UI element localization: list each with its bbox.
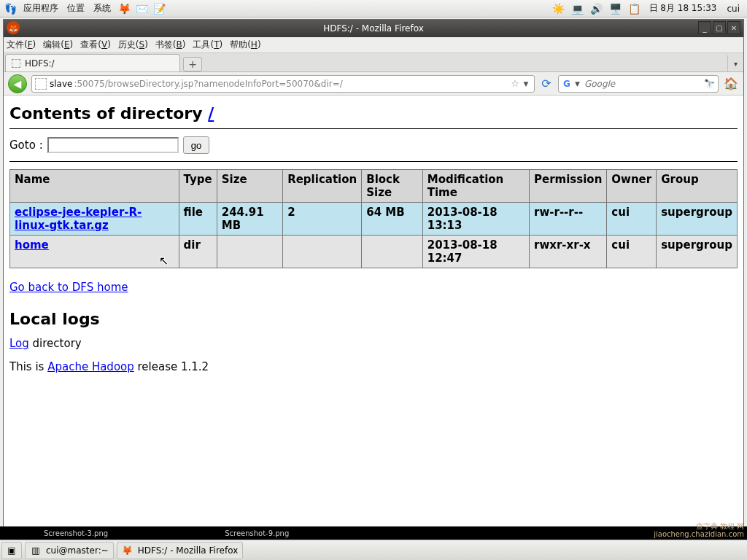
menu-bookmarks[interactable]: 书签(B) xyxy=(155,39,186,51)
table-cell: eclipse-jee-kepler-R-linux-gtk.tar.gz xyxy=(10,203,179,236)
window-title-bar: 🦊 HDFS:/ - Mozilla Firefox _ ▢ ✕ xyxy=(4,20,743,37)
close-button[interactable]: ✕ xyxy=(727,21,740,34)
heading-root-link[interactable]: / xyxy=(208,104,214,122)
log-suffix: directory xyxy=(29,337,82,350)
table-cell: 2013-08-18 13:13 xyxy=(422,203,529,236)
goto-input[interactable] xyxy=(47,137,179,153)
table-cell: cui xyxy=(607,203,657,236)
table-cell: rw-r--r-- xyxy=(530,203,607,236)
col-type: Type xyxy=(179,170,217,203)
col-size: Size xyxy=(217,170,282,203)
footer-prefix: This is xyxy=(9,360,47,373)
table-cell: supergroup xyxy=(657,236,738,268)
menu-view[interactable]: 查看(V) xyxy=(80,39,111,51)
google-engine-icon[interactable]: G xyxy=(562,79,572,89)
table-cell: home xyxy=(10,236,179,268)
binoculars-icon[interactable]: 🔭 xyxy=(704,79,715,89)
table-cell: cui xyxy=(607,236,657,268)
log-directory-line: Log directory xyxy=(9,337,738,350)
show-desktop-icon: ▣ xyxy=(6,545,18,556)
table-cell xyxy=(283,236,362,268)
table-cell: 2013-08-18 12:47 xyxy=(422,236,529,268)
entry-link[interactable]: home xyxy=(15,238,49,252)
table-cell: 2 xyxy=(283,203,362,236)
panel-clock[interactable]: 日 8月 18 15:33 xyxy=(646,2,720,15)
taskbar-item-firefox[interactable]: 🦊 HDFS:/ - Mozilla Firefox xyxy=(117,542,244,559)
taskbar-item-terminal[interactable]: ▥ cui@master:~ xyxy=(25,542,114,559)
col-name: Name xyxy=(10,170,179,203)
browser-tab-hdfs[interactable]: HDFS:/ xyxy=(5,54,180,71)
panel-menu-applications[interactable]: 应用程序 xyxy=(20,2,61,15)
url-bar[interactable]: slave ☆ ▼ xyxy=(31,75,535,93)
mail-launcher-icon[interactable]: ✉️ xyxy=(134,1,149,16)
entry-link[interactable]: eclipse-jee-kepler-R-linux-gtk.tar.gz xyxy=(15,206,142,232)
col-owner: Owner xyxy=(607,170,657,203)
goto-row: Goto : go xyxy=(9,136,738,154)
table-row: eclipse-jee-kepler-R-linux-gtk.tar.gzfil… xyxy=(10,203,738,236)
tab-strip: HDFS:/ + ▾ xyxy=(4,53,743,72)
dfs-home-link[interactable]: Go back to DFS home xyxy=(9,281,128,294)
engine-dropdown-icon[interactable]: ▼ xyxy=(575,80,580,88)
tab-list-dropdown[interactable]: ▾ xyxy=(727,55,743,71)
search-input[interactable] xyxy=(583,78,701,90)
taskbar-label: HDFS:/ - Mozilla Firefox xyxy=(138,545,239,556)
table-cell: dir xyxy=(179,236,217,268)
tab-favicon-placeholder-icon xyxy=(12,59,20,68)
log-link[interactable]: Log xyxy=(9,337,29,350)
gnome-bottom-panel: ▣ ▥ cui@master:~ 🦊 HDFS:/ - Mozilla Fire… xyxy=(0,540,747,560)
update-icon[interactable]: ☀️ xyxy=(551,1,566,16)
site-identity-icon[interactable] xyxy=(35,78,47,90)
menu-file[interactable]: 文件(F) xyxy=(7,39,36,51)
show-desktop-button[interactable]: ▣ xyxy=(1,542,22,559)
thumb-label: Screenshot-9.png xyxy=(225,529,289,537)
clipboard-icon[interactable]: 📋 xyxy=(627,1,642,16)
volume-icon[interactable]: 🔊 xyxy=(589,1,604,16)
menu-history[interactable]: 历史(S) xyxy=(118,39,148,51)
network-icon[interactable]: 💻 xyxy=(570,1,585,16)
taskbar-label: cui@master:~ xyxy=(46,545,109,556)
bookmark-star-icon[interactable]: ☆ xyxy=(509,78,521,89)
maximize-button[interactable]: ▢ xyxy=(713,21,726,34)
heading-prefix: Contents of directory xyxy=(9,104,208,122)
desktop-thumbnails-strip: Screenshot-3.png Screenshot-9.png xyxy=(0,526,747,540)
footer-suffix: release 1.1.2 xyxy=(134,360,209,373)
apache-hadoop-link[interactable]: Apache Hadoop xyxy=(47,360,134,373)
go-button[interactable]: go xyxy=(183,136,209,154)
back-button[interactable]: ◀ xyxy=(8,74,27,93)
display-icon[interactable]: 🖥️ xyxy=(608,1,623,16)
col-permission: Permission xyxy=(530,170,607,203)
divider xyxy=(9,128,738,129)
home-button[interactable]: 🏠 xyxy=(723,76,739,92)
minimize-button[interactable]: _ xyxy=(698,21,711,34)
terminal-icon: ▥ xyxy=(30,545,42,556)
reload-button[interactable]: ⟳ xyxy=(539,77,554,91)
firefox-launcher-icon[interactable]: 🦊 xyxy=(117,1,131,16)
table-cell: 244.91 MB xyxy=(217,203,282,236)
panel-menu-system[interactable]: 系统 xyxy=(90,2,114,15)
firefox-icon: 🦊 xyxy=(7,21,20,34)
col-group: Group xyxy=(657,170,738,203)
gnome-top-panel: 👣 应用程序 位置 系统 🦊 ✉️ 📝 ☀️ 💻 🔊 🖥️ 📋 日 8月 18 … xyxy=(0,0,747,18)
menu-tools[interactable]: 工具(T) xyxy=(193,39,222,51)
menu-help[interactable]: 帮助(H) xyxy=(230,39,260,51)
table-cell: 64 MB xyxy=(362,203,423,236)
url-history-dropdown-icon[interactable]: ▼ xyxy=(521,80,531,88)
table-row: homedir2013-08-18 12:47rwxr-xr-xcuisuper… xyxy=(10,236,738,268)
page-content: Contents of directory / Goto : go Name T… xyxy=(4,96,743,536)
panel-user[interactable]: cui xyxy=(724,4,743,14)
firefox-window: 🦊 HDFS:/ - Mozilla Firefox _ ▢ ✕ 文件(F) 编… xyxy=(3,19,744,537)
tab-label: HDFS:/ xyxy=(25,58,55,69)
url-input[interactable] xyxy=(72,78,509,90)
notes-launcher-icon[interactable]: 📝 xyxy=(152,1,166,16)
col-blocksize: Block Size xyxy=(362,170,423,203)
table-cell: file xyxy=(179,203,217,236)
thumb-label: Screenshot-3.png xyxy=(44,529,108,537)
new-tab-button[interactable]: + xyxy=(183,57,202,71)
gnome-foot-icon: 👣 xyxy=(3,1,18,16)
search-bar[interactable]: G ▼ 🔭 xyxy=(558,75,719,93)
col-modtime: Modification Time xyxy=(422,170,529,203)
menu-edit[interactable]: 编辑(E) xyxy=(43,39,73,51)
directory-table: Name Type Size Replication Block Size Mo… xyxy=(9,169,738,268)
divider xyxy=(9,161,738,162)
panel-menu-places[interactable]: 位置 xyxy=(64,2,88,15)
